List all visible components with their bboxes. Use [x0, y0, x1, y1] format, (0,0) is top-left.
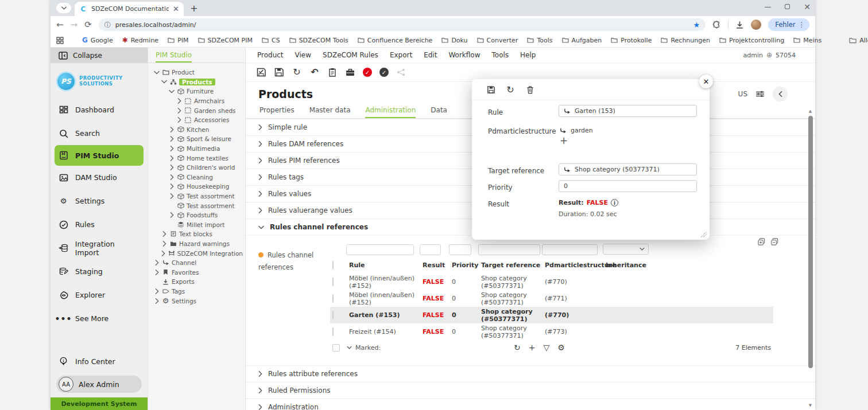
- menu-help[interactable]: Help: [520, 51, 536, 59]
- chevron-right-icon[interactable]: [169, 165, 175, 170]
- pdm-value-row[interactable]: garden: [559, 124, 697, 136]
- bookmark-tools[interactable]: Tools: [527, 36, 552, 44]
- dialog-resize-handle[interactable]: [701, 232, 707, 237]
- bookmark-aufgaben[interactable]: Aufgaben: [562, 36, 602, 44]
- save-icon[interactable]: [274, 67, 284, 77]
- tree-panel-tab[interactable]: PIM Studio: [156, 51, 192, 63]
- column-header-inheritance[interactable]: Inheritance: [603, 261, 773, 269]
- tree-node-products[interactable]: Products: [150, 77, 243, 87]
- priority-input[interactable]: 0: [559, 180, 697, 192]
- add-reference-button[interactable]: +: [560, 135, 568, 146]
- column-header-target-reference[interactable]: Target reference: [478, 261, 542, 269]
- tree-node-exports[interactable]: Exports: [150, 277, 243, 287]
- column-header-rule[interactable]: Rule: [346, 261, 420, 269]
- reload-icon[interactable]: ↻: [505, 84, 516, 95]
- sidebar-item-dam-studio[interactable]: DAM Studio: [51, 166, 148, 189]
- reload-icon[interactable]: ↻: [292, 67, 302, 77]
- tree-node-millet-import[interactable]: Millet import: [150, 220, 243, 230]
- chevron-down-icon[interactable]: [169, 89, 175, 93]
- bookmark-doku[interactable]: Doku: [441, 36, 467, 44]
- back-button[interactable]: ←: [56, 19, 64, 30]
- bookmark-sdzecom-pim[interactable]: SDZeCOM PIM: [198, 36, 253, 44]
- tab-close-icon[interactable]: ✕: [173, 5, 179, 13]
- chevron-right-icon[interactable]: [176, 108, 182, 114]
- menu-workflow[interactable]: Workflow: [448, 51, 480, 59]
- row-checkbox[interactable]: [332, 294, 334, 303]
- filter-icon[interactable]: ▽: [543, 343, 549, 352]
- tree-node-sport-leisure[interactable]: Sport & leisure: [150, 134, 243, 144]
- sidebar-item-integration-import[interactable]: Integration Import: [51, 236, 148, 260]
- collapse-panel-button[interactable]: [773, 87, 788, 101]
- tree-node-kitchen[interactable]: Kitchen: [150, 125, 243, 135]
- chevron-right-icon[interactable]: [169, 136, 175, 142]
- tree-node-foodstuffs[interactable]: Foodstuffs: [150, 210, 243, 220]
- chevron-right-icon[interactable]: [169, 212, 175, 218]
- extensions-icon[interactable]: [712, 21, 721, 29]
- tree-node-hazard-warnings[interactable]: Hazard warnings: [150, 239, 243, 249]
- table-row-freizeit-154[interactable]: Freizeit (#154)FALSE0Shop category (#503…: [330, 323, 773, 340]
- tab-master-data[interactable]: Master data: [309, 106, 351, 118]
- sidebar-collapse-button[interactable]: Collapse: [51, 48, 148, 63]
- downloads-icon[interactable]: [735, 21, 744, 29]
- section-administration[interactable]: Administration: [246, 399, 815, 410]
- save-check-icon[interactable]: [256, 67, 266, 77]
- tree-node-housekeeping[interactable]: Housekeeping: [150, 182, 243, 192]
- user-menu[interactable]: AA Alex Admin: [56, 376, 142, 393]
- chevron-right-icon[interactable]: [176, 98, 182, 104]
- tree-node-text-blocks[interactable]: Text blocks: [150, 229, 243, 239]
- menu-tools[interactable]: Tools: [492, 51, 509, 59]
- menu-export[interactable]: Export: [390, 51, 412, 59]
- tree-node-accessories[interactable]: Accessories: [150, 115, 243, 125]
- tree-node-product[interactable]: Product: [150, 68, 243, 77]
- tab-administration[interactable]: Administration: [365, 106, 416, 118]
- tab-search-button[interactable]: [56, 3, 71, 13]
- address-bar[interactable]: ⓘ presales.localhost/admin/ ★: [99, 18, 706, 31]
- window-minimize-button[interactable]: —: [764, 3, 771, 11]
- filter-rule-input[interactable]: [346, 244, 414, 255]
- briefcase-icon[interactable]: [345, 67, 355, 77]
- chevron-right-icon[interactable]: [161, 251, 166, 256]
- info-icon[interactable]: i: [611, 199, 618, 206]
- refresh-icon[interactable]: ↻: [514, 343, 521, 352]
- menu-sdzecom-rules[interactable]: SDZeCOM Rules: [323, 51, 378, 59]
- bookmark-star-icon[interactable]: ★: [693, 21, 700, 29]
- sliders-icon[interactable]: [755, 90, 765, 98]
- tree-node-channel[interactable]: Channel: [150, 258, 243, 268]
- browser-tab[interactable]: C SDZeCOM Documentation ✕: [75, 2, 184, 16]
- table-row-m-bel-innen-au-en-152[interactable]: Möbel (innen/außen) (#152)FALSE0Shop cat…: [330, 274, 773, 290]
- chevron-right-icon[interactable]: [154, 298, 160, 304]
- filter-result-input[interactable]: [420, 244, 441, 255]
- sidebar-item-rules[interactable]: Rules: [51, 213, 148, 236]
- row-checkbox[interactable]: [332, 311, 334, 319]
- forward-button[interactable]: →: [71, 19, 78, 30]
- tree-node-sdzecom-integration[interactable]: SDZeCOM Integration: [150, 248, 243, 258]
- filter-pdm-input[interactable]: [542, 244, 598, 255]
- select-all-checkbox[interactable]: [332, 261, 334, 270]
- chevron-right-icon[interactable]: [169, 127, 175, 132]
- sidebar-item-pim-studio[interactable]: PIM Studio: [55, 145, 144, 166]
- sidebar-item-staging[interactable]: Staging: [51, 260, 148, 283]
- paste-icon[interactable]: [327, 67, 338, 77]
- table-row-m-bel-innen-au-en-152[interactable]: Möbel (innen/außen) (#152)FALSE0Shop cat…: [330, 290, 773, 307]
- window-close-button[interactable]: ✕: [804, 2, 811, 11]
- chevron-right-icon[interactable]: [169, 174, 175, 180]
- bookmark-redmine[interactable]: ✱Redmine: [122, 36, 158, 44]
- chevron-right-icon[interactable]: [154, 288, 160, 294]
- sidebar-item-settings[interactable]: ⚙Settings: [51, 189, 148, 213]
- bookmark-projektcontrolling[interactable]: Projektcontrolling: [719, 36, 784, 44]
- target-reference-input[interactable]: Shop category (50377371): [559, 163, 697, 175]
- sidebar-item-info-center[interactable]: Info Center: [51, 350, 148, 373]
- column-header-result[interactable]: Result: [420, 261, 449, 269]
- bookmark-protokolle[interactable]: Protokolle: [611, 36, 652, 44]
- tree-node-multimedia[interactable]: Multimedia: [150, 144, 243, 154]
- tree-node-cleaning[interactable]: Cleaning: [150, 173, 243, 182]
- rule-input[interactable]: Garten (153): [559, 105, 697, 117]
- tree-node-favorites[interactable]: Favorites: [150, 267, 243, 277]
- bookmark-converter[interactable]: Converter: [477, 36, 518, 44]
- kebab-menu-icon[interactable]: ⋮: [799, 21, 805, 29]
- chevron-right-icon[interactable]: [176, 117, 182, 123]
- sidebar-item-search[interactable]: Search: [51, 122, 148, 145]
- chevron-down-icon[interactable]: [154, 71, 160, 75]
- bookmark-sdzecom-tools[interactable]: SDZeCOM Tools: [289, 36, 348, 44]
- tree-node-garden-sheds[interactable]: Garden sheds: [150, 106, 243, 115]
